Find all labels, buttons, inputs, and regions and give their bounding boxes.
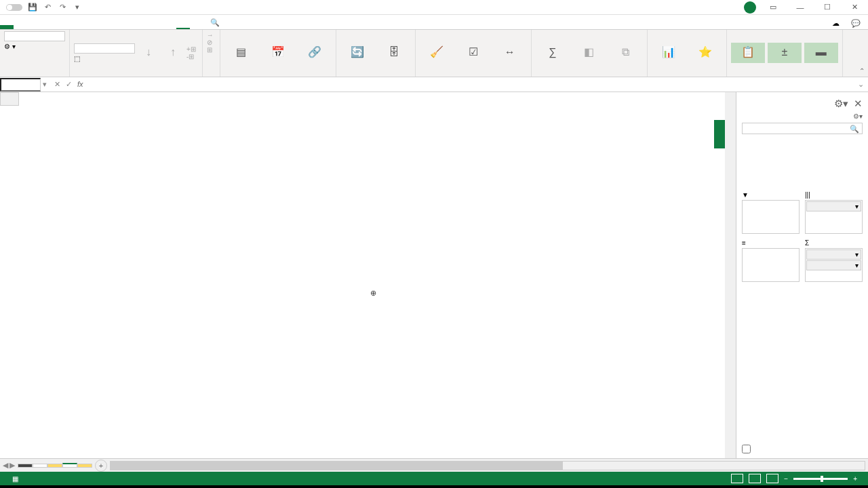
sheet-tab-tabelle1[interactable]: [33, 464, 47, 468]
feldliste-button[interactable]: 📋: [731, 43, 765, 63]
maximize-icon[interactable]: ☐: [817, 1, 837, 14]
tab-uberprufen[interactable]: [81, 25, 95, 29]
name-box[interactable]: [0, 78, 41, 92]
werte-item-1[interactable]: ▾: [806, 249, 861, 260]
field-search-input[interactable]: [742, 123, 863, 134]
aktives-feld-input[interactable]: [74, 43, 135, 54]
tab-entwurf[interactable]: [190, 25, 203, 29]
area-filter-label: ▼: [742, 191, 800, 199]
feldkopfzeilen-button[interactable]: ▬: [804, 43, 838, 63]
kommentare-button[interactable]: 💬: [847, 18, 865, 29]
felder-button[interactable]: ∑: [536, 43, 570, 63]
fx-icon[interactable]: fx: [77, 80, 83, 89]
feld-gruppieren: ⊞: [207, 46, 216, 54]
tab-entwicklertools[interactable]: [108, 25, 122, 29]
tab-hilfe[interactable]: [122, 25, 136, 29]
sheet-tab-rohdaten[interactable]: [18, 464, 33, 468]
search-icon[interactable]: 🔍: [850, 125, 859, 134]
area-werte-label: Σ: [805, 239, 863, 247]
zeitachse-button[interactable]: 📅: [261, 43, 295, 63]
pane-close-icon[interactable]: ✕: [854, 98, 863, 109]
tab-daten[interactable]: [68, 25, 81, 29]
collapse-ribbon-icon[interactable]: ⌃: [859, 67, 865, 75]
sheet-nav-prev-icon[interactable]: ◀: [3, 461, 8, 470]
view-pagebreak-icon[interactable]: [766, 474, 778, 483]
werte-item-2[interactable]: ▾: [806, 260, 861, 270]
redo-icon[interactable]: ↷: [58, 3, 67, 12]
qat-dropdown-icon[interactable]: ▾: [73, 3, 82, 12]
verschieben-button[interactable]: ↔: [493, 43, 527, 63]
schaltflachen-button[interactable]: ±: [768, 43, 802, 63]
datenquelle-button[interactable]: 🗄: [377, 43, 411, 63]
formula-expand-icon[interactable]: ⌄: [854, 80, 868, 89]
minimize-icon[interactable]: —: [790, 1, 810, 14]
feld-erweitern: +⊞: [186, 45, 198, 53]
feld-reduzieren: -⊞: [186, 53, 198, 60]
view-normal-icon[interactable]: [731, 474, 743, 483]
pane-settings-icon[interactable]: ⚙▾: [834, 98, 848, 109]
tab-start[interactable]: [14, 25, 27, 29]
area-zeilen-label: ≡: [742, 239, 800, 247]
area-filter-box[interactable]: [742, 200, 800, 234]
pane-gear-icon[interactable]: ⚙▾: [853, 113, 863, 120]
group-einblenden: [731, 74, 838, 75]
pt-name-input[interactable]: [4, 31, 65, 41]
sheet-tab-pivota[interactable]: [47, 464, 62, 468]
vertical-scrollbar[interactable]: [725, 92, 736, 458]
tab-formeln[interactable]: [54, 25, 68, 29]
ribbon-display-icon[interactable]: ▭: [763, 1, 783, 14]
tab-seitenlayout[interactable]: [41, 25, 54, 29]
filterverbindungen-button: 🔗: [298, 43, 332, 63]
tab-ansicht[interactable]: [95, 25, 108, 29]
drilldown-button: ↓: [138, 43, 159, 63]
tab-analysieren[interactable]: [176, 24, 190, 29]
green-edge: [714, 120, 725, 148]
horizontal-scrollbar[interactable]: [110, 461, 865, 470]
undo-icon[interactable]: ↶: [43, 3, 52, 12]
group-filtern: [224, 74, 332, 75]
area-werte-box[interactable]: ▾ ▾: [805, 248, 863, 282]
group-aktives-feld: [74, 74, 198, 75]
tab-fuzzy[interactable]: [149, 25, 163, 29]
layout-defer-checkbox[interactable]: [742, 445, 751, 455]
zoom-in-icon[interactable]: +: [853, 475, 857, 483]
area-spalten-label: |||: [805, 191, 863, 199]
save-icon[interactable]: 💾: [28, 3, 37, 12]
teilen-button[interactable]: ☁: [828, 18, 844, 29]
datenschnitt-button[interactable]: ▤: [224, 43, 258, 63]
tab-powerpivot[interactable]: [163, 25, 176, 29]
macro-record-icon[interactable]: ▦: [12, 475, 18, 483]
feldeinstellungen-button[interactable]: ⬚: [74, 55, 135, 62]
aktualisieren-button[interactable]: 🔄: [340, 43, 374, 63]
close-icon[interactable]: ✕: [844, 1, 865, 14]
name-box-dropdown-icon[interactable]: ▾: [41, 80, 49, 89]
zoom-slider[interactable]: [793, 478, 848, 480]
empfohlene-button[interactable]: ⭐: [688, 43, 722, 63]
view-layout-icon[interactable]: [749, 474, 761, 483]
sheet-tab-pivotb[interactable]: [77, 464, 92, 468]
tab-einfugen[interactable]: [27, 25, 41, 29]
area-spalten-box[interactable]: ▾: [805, 200, 863, 234]
autosave-toggle[interactable]: [6, 4, 22, 11]
area-zeilen-box[interactable]: [742, 248, 800, 282]
enter-formula-icon[interactable]: ✓: [66, 80, 72, 89]
spalten-item[interactable]: ▾: [806, 201, 861, 211]
user-avatar[interactable]: [744, 1, 756, 14]
pivotchart-button[interactable]: 📊: [652, 43, 686, 63]
loschen-button[interactable]: 🧹: [420, 43, 454, 63]
olap-button: ◧: [572, 43, 606, 63]
cancel-formula-icon[interactable]: ✕: [54, 80, 60, 89]
auswahl-gruppieren: →: [207, 31, 216, 39]
tab-suchen[interactable]: 🔍: [203, 16, 226, 29]
sheet-tab-variationskoeffizient[interactable]: [62, 463, 77, 468]
tab-factset[interactable]: [136, 25, 149, 29]
add-sheet-icon[interactable]: +: [95, 460, 107, 472]
optionen-button[interactable]: ⚙ ▾: [4, 43, 65, 50]
zoom-out-icon[interactable]: −: [784, 475, 788, 483]
sheet-nav-next-icon[interactable]: ▶: [9, 461, 15, 470]
auswahlen-button[interactable]: ☑: [456, 43, 490, 63]
select-all-corner[interactable]: [0, 92, 19, 106]
tab-datei[interactable]: [0, 25, 14, 29]
formula-bar[interactable]: [93, 79, 854, 90]
cursor-icon: ⊕: [370, 289, 376, 298]
